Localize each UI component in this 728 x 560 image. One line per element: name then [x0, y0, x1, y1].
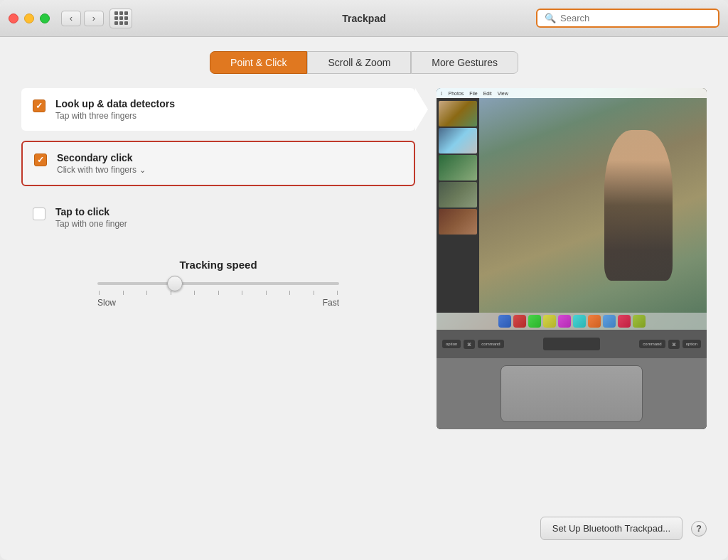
secondary-click-setting: Secondary click Click with two fingers ⌄ — [21, 141, 415, 186]
tab-more-gestures[interactable]: More Gestures — [411, 51, 518, 74]
menubar-item: File — [469, 91, 477, 96]
grid-icon — [114, 11, 128, 25]
look-up-title: Look up & data detectors — [55, 98, 175, 109]
laptop-preview:  Photos File Edit View — [437, 88, 707, 429]
dock-bar — [437, 313, 707, 330]
tracking-title: Tracking speed — [179, 259, 257, 271]
dock-icon-8 — [603, 315, 616, 328]
nav-buttons: ‹ › — [61, 11, 104, 26]
tap-to-click-text: Tap to click Tap with one finger — [55, 206, 127, 229]
close-button[interactable] — [9, 14, 18, 23]
secondary-click-checkbox[interactable] — [34, 154, 47, 166]
tab-point-click[interactable]: Point & Click — [210, 51, 307, 74]
bottom-bar: Set Up Bluetooth Trackpad... ? — [21, 505, 707, 546]
key-option: option — [442, 340, 461, 348]
help-button[interactable]: ? — [691, 521, 707, 537]
main-photo-background — [479, 98, 707, 313]
window: ‹ › Trackpad 🔍 Point & Click Scroll & Zo… — [0, 0, 728, 560]
menubar-item: View — [498, 91, 508, 96]
person-silhouette — [604, 130, 673, 280]
minimize-button[interactable] — [24, 14, 34, 23]
fast-label: Fast — [323, 298, 339, 308]
tracking-section: Tracking speed Slow F — [21, 259, 415, 308]
look-up-container: Look up & data detectors Tap with three … — [21, 88, 415, 131]
slider-labels: Slow Fast — [97, 298, 339, 308]
slow-label: Slow — [97, 298, 116, 308]
content: Point & Click Scroll & Zoom More Gesture… — [0, 37, 728, 560]
key-command-left: command — [478, 340, 503, 348]
look-up-checkbox[interactable] — [33, 99, 46, 112]
key-command-symbol: ⌘ — [464, 340, 475, 349]
photo-thumb-5 — [439, 209, 477, 235]
tap-to-click-setting: Tap to click Tap with one finger — [21, 196, 415, 239]
mac-menubar:  Photos File Edit View — [437, 88, 707, 98]
key-row-right: command ⌘ option — [639, 340, 701, 349]
menubar-apple:  — [441, 91, 443, 96]
back-button[interactable]: ‹ — [61, 11, 81, 26]
photo-main-view — [479, 98, 707, 313]
photo-sidebar — [437, 98, 479, 313]
tracking-slider-thumb[interactable] — [167, 276, 183, 291]
preview-panel:  Photos File Edit View — [437, 88, 707, 505]
tab-scroll-zoom[interactable]: Scroll & Zoom — [307, 51, 411, 74]
tap-to-click-checkbox[interactable] — [33, 208, 46, 220]
photo-thumb-2 — [439, 128, 477, 154]
dock-icon-10 — [633, 315, 646, 328]
settings-panel: Look up & data detectors Tap with three … — [21, 88, 415, 505]
secondary-click-title: Secondary click — [57, 152, 146, 163]
traffic-lights — [9, 14, 50, 23]
dock-icon-5 — [558, 315, 571, 328]
laptop-screen:  Photos File Edit View — [437, 88, 707, 330]
slider-ticks — [97, 291, 339, 295]
dock-icon-6 — [573, 315, 586, 328]
search-input[interactable] — [560, 13, 711, 23]
titlebar: ‹ › Trackpad 🔍 — [0, 0, 728, 37]
app-grid-button[interactable] — [109, 9, 132, 28]
key-command-symbol-right: ⌘ — [668, 340, 680, 349]
forward-button[interactable]: › — [84, 11, 104, 26]
dock-icon-9 — [618, 315, 631, 328]
dock-icon-4 — [543, 315, 556, 328]
setup-bluetooth-button[interactable]: Set Up Bluetooth Trackpad... — [540, 517, 682, 540]
menubar-item: Photos — [449, 91, 464, 96]
photo-thumb-1 — [439, 101, 477, 126]
search-icon: 🔍 — [545, 13, 556, 23]
maximize-button[interactable] — [40, 14, 50, 23]
photo-thumb-4 — [439, 182, 477, 208]
key-row-left: option ⌘ command — [442, 340, 504, 349]
main-area: Look up & data detectors Tap with three … — [21, 88, 707, 505]
tap-to-click-title: Tap to click — [55, 206, 127, 217]
window-title: Trackpad — [342, 13, 385, 24]
dock-icon-3 — [528, 315, 541, 328]
tracking-slider-track — [97, 282, 339, 285]
photo-app-layout — [437, 98, 707, 313]
slider-container: Slow Fast — [97, 282, 339, 308]
secondary-click-subtitle: Click with two fingers ⌄ — [57, 165, 146, 175]
photo-thumb-3 — [439, 155, 477, 181]
key-option-right: option — [682, 340, 701, 348]
dock-icon-7 — [588, 315, 601, 328]
key-space — [543, 338, 600, 350]
keyboard-area: option ⌘ command command ⌘ option — [437, 330, 707, 358]
chevron-down-icon[interactable]: ⌄ — [139, 166, 146, 175]
menubar-item: Edit — [483, 91, 492, 96]
screen-content:  Photos File Edit View — [437, 88, 707, 330]
trackpad-surface — [500, 365, 643, 422]
trackpad-preview-image:  Photos File Edit View — [437, 88, 707, 429]
search-box[interactable]: 🔍 — [536, 9, 719, 28]
secondary-click-text: Secondary click Click with two fingers ⌄ — [57, 152, 146, 175]
dock-icon-1 — [498, 315, 511, 328]
look-up-setting: Look up & data detectors Tap with three … — [21, 88, 415, 131]
key-command-right: command — [639, 340, 665, 348]
tab-bar: Point & Click Scroll & Zoom More Gesture… — [21, 51, 707, 74]
look-up-subtitle: Tap with three fingers — [55, 111, 175, 121]
dock-icon-2 — [513, 315, 526, 328]
look-up-text: Look up & data detectors Tap with three … — [55, 98, 175, 121]
trackpad-area — [437, 358, 707, 429]
tap-to-click-subtitle: Tap with one finger — [55, 219, 127, 229]
